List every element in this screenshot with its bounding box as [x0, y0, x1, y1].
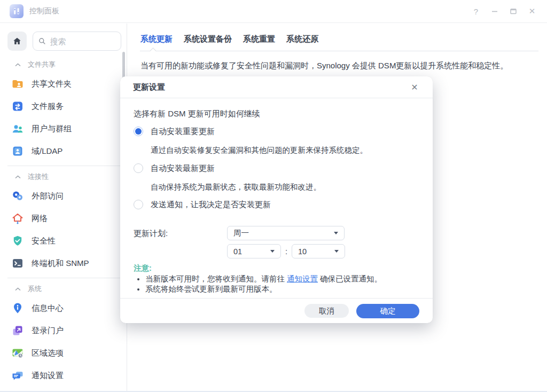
- sidebar: 文件共享 共享文件夹 文件服务 用户与群: [0, 23, 127, 392]
- cancel-button[interactable]: 取消: [304, 304, 349, 318]
- tab-system-reset[interactable]: 系统重置: [243, 34, 275, 51]
- note-text: 系统将始终尝试更新到最新可用版本。: [145, 285, 277, 293]
- dialog-body: 选择有新 DSM 更新可用时如何继续 自动安装重要更新 通过自动安装修复安全漏洞…: [120, 108, 433, 294]
- maximize-icon[interactable]: [508, 6, 519, 17]
- radio-label[interactable]: 自动安装重要更新: [151, 127, 215, 137]
- schedule-label: 更新计划:: [134, 226, 227, 258]
- section-file-sharing[interactable]: 文件共享: [0, 57, 127, 73]
- sidebar-item-external-access[interactable]: 外部访问: [0, 185, 127, 207]
- radio-option-latest-updates[interactable]: 自动安装最新更新: [134, 163, 419, 174]
- radio-label[interactable]: 发送通知，让我决定是否安装更新: [151, 200, 271, 210]
- sidebar-item-label: 登录门户: [32, 326, 64, 336]
- update-schedule: 更新计划: 周一 01 : 10: [134, 226, 419, 258]
- dialog-footer: 取消 确定: [120, 298, 433, 323]
- search-icon: [38, 37, 46, 45]
- chevron-down-icon: [334, 232, 338, 234]
- sidebar-item-info-center[interactable]: 信息中心: [0, 297, 127, 319]
- minute-select[interactable]: 10: [292, 244, 345, 258]
- time-row: 01 : 10: [227, 244, 345, 258]
- sidebar-divider: [7, 278, 120, 278]
- sidebar-item-shared-folder[interactable]: 共享文件夹: [0, 73, 127, 95]
- control-panel-app-icon: [10, 4, 24, 18]
- tab-system-config-backup[interactable]: 系统设置备份: [184, 34, 232, 51]
- security-shield-icon: [11, 234, 24, 247]
- sidebar-search-row: [0, 23, 127, 54]
- radio-option-notify-only[interactable]: 发送通知，让我决定是否安装更新: [134, 199, 419, 210]
- chevron-down-icon: [270, 250, 275, 253]
- sidebar-divider: [7, 166, 120, 166]
- sidebar-item-label: 安全性: [32, 236, 56, 246]
- tab-divider: [140, 51, 538, 51]
- domain-ldap-icon: [11, 145, 24, 158]
- hour-select[interactable]: 01: [227, 244, 281, 258]
- note-item: 当新版本可用时，您将收到通知。请前往 通知设置 确保已设置通知。: [145, 274, 419, 284]
- external-access-icon: [11, 190, 24, 202]
- network-icon: [11, 212, 24, 225]
- sidebar-item-login-portal[interactable]: 登录门户: [0, 319, 127, 342]
- file-services-icon: [11, 100, 24, 113]
- sidebar-item-label: 信息中心: [32, 303, 64, 313]
- ok-button[interactable]: 确定: [356, 304, 419, 318]
- minute-select-value: 10: [298, 247, 307, 256]
- users-groups-icon: [11, 122, 24, 135]
- home-button[interactable]: [7, 32, 27, 51]
- section-label: 文件共享: [28, 60, 56, 69]
- chevron-up-icon: [15, 63, 21, 67]
- search-box[interactable]: [33, 32, 121, 51]
- note-text: 确保已设置通知。: [318, 275, 382, 283]
- help-icon[interactable]: ?: [471, 6, 481, 17]
- sidebar-item-regional-options[interactable]: 区域选项: [0, 342, 127, 364]
- sidebar-item-label: 通知设置: [32, 371, 64, 381]
- section-system[interactable]: 系统: [0, 281, 127, 297]
- notification-settings-link[interactable]: 通知设置: [287, 275, 318, 283]
- tab-system-restore[interactable]: 系统还原: [286, 34, 318, 51]
- tab-system-update[interactable]: 系统更新: [140, 34, 173, 51]
- shared-folder-icon: [11, 77, 24, 90]
- sidebar-item-notification-settings[interactable]: 通知设置: [0, 364, 127, 387]
- time-separator: :: [285, 247, 287, 256]
- sidebar-item-label: 外部访问: [32, 191, 64, 201]
- minimize-icon[interactable]: [489, 6, 500, 17]
- note-text: 当新版本可用时，您将收到通知。请前往: [145, 275, 287, 283]
- search-input[interactable]: [50, 37, 115, 46]
- section-label: 连接性: [28, 172, 49, 182]
- radio-description: 通过自动安装修复安全漏洞和其他问题的更新来保持系统稳定。: [151, 145, 419, 155]
- notification-settings-icon: [11, 369, 24, 382]
- note-heading: 注意:: [134, 263, 419, 273]
- chevron-up-icon: [15, 287, 21, 291]
- sidebar-item-label: 终端机和 SNMP: [32, 258, 89, 269]
- note-list: 当新版本可用时，您将收到通知。请前往 通知设置 确保已设置通知。 系统将始终尝试…: [138, 274, 419, 294]
- dialog-close-icon[interactable]: ✕: [409, 82, 420, 92]
- chevron-down-icon: [334, 250, 339, 253]
- sidebar-item-label: 域/LDAP: [32, 146, 62, 156]
- titlebar: 控制面板 ? ✕: [0, 0, 547, 23]
- window-title: 控制面板: [29, 6, 59, 16]
- regional-options-icon: [11, 347, 24, 359]
- sliders-icon: [12, 7, 21, 15]
- radio-option-important-updates[interactable]: 自动安装重要更新: [134, 126, 419, 137]
- sidebar-item-terminal-snmp[interactable]: 终端机和 SNMP: [0, 252, 127, 275]
- window-controls: ? ✕: [471, 6, 537, 17]
- sidebar-item-network[interactable]: 网络: [0, 207, 127, 230]
- radio-label[interactable]: 自动安装最新更新: [151, 163, 215, 174]
- sidebar-item-file-services[interactable]: 文件服务: [0, 95, 127, 117]
- sidebar-item-domain-ldap[interactable]: 域/LDAP: [0, 140, 127, 162]
- login-portal-icon: [11, 324, 24, 337]
- sidebar-item-label: 区域选项: [32, 348, 64, 358]
- day-select[interactable]: 周一: [227, 226, 345, 240]
- sidebar-item-users-groups[interactable]: 用户与群组: [0, 117, 127, 140]
- radio-selected-icon[interactable]: [134, 127, 143, 136]
- sidebar-item-label: 文件服务: [32, 101, 64, 112]
- sidebar-item-security[interactable]: 安全性: [0, 230, 127, 252]
- radio-unselected-icon[interactable]: [134, 200, 143, 209]
- schedule-controls: 周一 01 : 10: [227, 226, 345, 258]
- chevron-up-icon: [15, 175, 21, 179]
- radio-unselected-icon[interactable]: [134, 163, 143, 173]
- update-settings-dialog: 更新设置 ✕ 选择有新 DSM 更新可用时如何继续 自动安装重要更新 通过自动安…: [120, 76, 433, 323]
- window-close-icon[interactable]: ✕: [527, 6, 537, 17]
- terminal-icon: [11, 257, 24, 270]
- note-item: 系统将始终尝试更新到最新可用版本。: [145, 284, 419, 294]
- sidebar-item-label: 共享文件夹: [32, 79, 72, 89]
- section-connectivity[interactable]: 连接性: [0, 169, 127, 185]
- tab-bar: 系统更新 系统设置备份 系统重置 系统还原: [128, 23, 547, 51]
